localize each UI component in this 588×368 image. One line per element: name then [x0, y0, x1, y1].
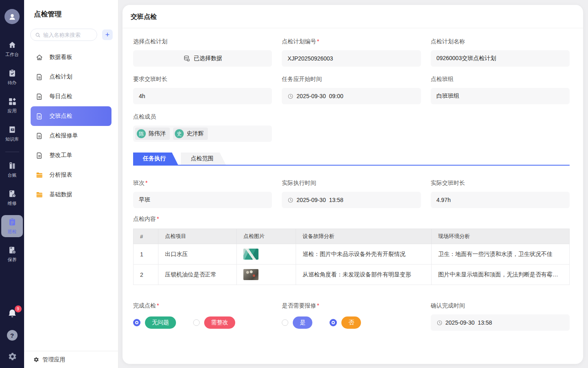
- members-input[interactable]: 陈 陈伟洋 史 史洋辉: [133, 126, 272, 142]
- member-name: 陈伟洋: [149, 130, 166, 137]
- manage-apps-button[interactable]: 管理应用: [24, 351, 118, 368]
- rail-item-workbench[interactable]: 工作台: [1, 38, 23, 60]
- rail-divider: [5, 152, 19, 152]
- radio-option-no[interactable]: 否: [330, 316, 361, 329]
- inspection-photo-thumbnail[interactable]: [243, 269, 258, 280]
- rail-item-repair[interactable]: 维修: [1, 187, 23, 209]
- help-button[interactable]: ?: [7, 330, 18, 341]
- question-icon: ?: [10, 332, 14, 339]
- tab-inspection-scope[interactable]: 点检范围: [181, 153, 226, 165]
- inspection-photo-thumbnail[interactable]: [243, 249, 258, 260]
- radio-option-yes[interactable]: 是: [282, 316, 312, 329]
- actual-time-input[interactable]: 2025-09-30 13:58: [282, 192, 421, 208]
- field-confirm-time: 确认完成时间 2025-09-30 13:58: [431, 302, 570, 331]
- sidebar-item-repair-order[interactable]: 点检报修单: [31, 126, 111, 146]
- rail-item-maintenance[interactable]: 保养: [1, 243, 23, 265]
- rail-item-inspection-selected[interactable]: 巡检: [1, 215, 23, 237]
- rail-item-ledger[interactable]: 台账: [1, 159, 23, 181]
- sidebar-item-label: 数据看板: [49, 54, 72, 61]
- tab-label: 任务执行: [143, 155, 166, 162]
- sidebar-title: 点检管理: [24, 0, 118, 19]
- field-label: 点检班组: [431, 76, 570, 83]
- document-icon: [36, 152, 43, 159]
- field-label: 点检计划编号: [282, 38, 316, 45]
- sidebar-item-dashboard[interactable]: 数据看板: [31, 47, 111, 67]
- folder-icon: [36, 171, 43, 179]
- document-icon: [36, 73, 43, 81]
- tab-label: 点检范围: [191, 155, 214, 162]
- required-duration-value: 4h: [139, 93, 145, 99]
- yes-pill[interactable]: 是: [293, 316, 312, 329]
- sidebar-item-inspection-plan[interactable]: 点检计划: [31, 67, 111, 87]
- actual-duration-input[interactable]: 4.97h: [431, 192, 570, 208]
- required-asterisk: *: [157, 215, 159, 222]
- cell-fault-analysis: 从巡检角度看：未发现设备部件有明显变形: [296, 265, 432, 285]
- rail-item-todo[interactable]: 待办: [1, 66, 23, 88]
- plan-no-input[interactable]: XJP20250926003: [282, 50, 421, 67]
- shift-value: 早班: [139, 196, 150, 204]
- cell-item: 压锁机油位是否正常: [158, 265, 237, 285]
- clipboard-list-icon: [8, 218, 17, 227]
- field-completion: 完成点检* 无问题 需整改: [133, 302, 272, 331]
- start-time-input[interactable]: 2025-09-30 09:00: [282, 88, 421, 104]
- search-icon: [35, 32, 41, 38]
- team-input[interactable]: 白班班组: [431, 88, 570, 104]
- actual-time-value: 2025-09-30 13:58: [296, 197, 343, 203]
- inspection-table: # 点检项目 点检图片 设备故障分析 现场环境分析 1 出口水压 巡检：图片中未…: [133, 229, 570, 285]
- user-avatar[interactable]: [4, 9, 20, 24]
- clipboard-check-icon: [8, 69, 17, 78]
- settings-gear-icon[interactable]: [7, 352, 17, 361]
- confirm-time-value: 2025-09-30 13:58: [445, 319, 492, 326]
- cell-index: 2: [134, 265, 158, 285]
- notifications-button[interactable]: 9: [7, 308, 18, 319]
- rail-item-apps[interactable]: 应用: [1, 94, 23, 117]
- shift-input[interactable]: 早班: [133, 192, 272, 208]
- field-actual-duration: 实际交班时长 4.97h: [431, 180, 570, 208]
- dashboard-icon: [36, 54, 43, 61]
- sidebar-search-row: +: [24, 19, 118, 47]
- field-plan-no: 点检计划编号* XJP20250926003: [282, 38, 421, 67]
- sidebar-item-daily-inspection[interactable]: 每日点检: [31, 87, 111, 106]
- cell-item: 出口水压: [158, 244, 237, 265]
- radio-checked-icon[interactable]: [330, 319, 337, 326]
- sidebar-item-base-data[interactable]: 基础数据: [31, 185, 111, 204]
- required-duration-input[interactable]: 4h: [133, 88, 272, 104]
- radio-checked-icon[interactable]: [133, 319, 140, 326]
- database-check-icon: [183, 55, 190, 62]
- tab-task-execution[interactable]: 任务执行: [133, 153, 178, 165]
- needs-rectification-pill[interactable]: 需整改: [204, 316, 235, 329]
- document-icon: [36, 93, 43, 101]
- app-rail: 工作台 待办 应用 知识库 台账 维修 巡检 保养 9 ?: [0, 0, 24, 368]
- member-chip[interactable]: 陈 陈伟洋: [135, 128, 170, 140]
- rail-item-knowledge[interactable]: 知识库: [1, 123, 23, 145]
- required-asterisk: *: [145, 180, 147, 186]
- radio-unchecked-icon[interactable]: [193, 319, 200, 326]
- plan-name-input[interactable]: 09260003交班点检计划: [431, 50, 570, 67]
- plan-no-value: XJP20250926003: [287, 55, 333, 62]
- sidebar-item-shift-inspection-selected[interactable]: 交班点检: [31, 106, 111, 126]
- table-header-row: # 点检项目 点检图片 设备故障分析 现场环境分析: [134, 229, 570, 244]
- confirm-time-input[interactable]: 2025-09-30 13:58: [431, 314, 570, 331]
- gear-icon: [33, 357, 39, 363]
- notification-badge: 9: [15, 305, 22, 312]
- field-label: 是否需要报修: [282, 302, 316, 309]
- col-header-item: 点检项目: [158, 229, 237, 244]
- radio-option-needs-rectification[interactable]: 需整改: [193, 316, 235, 329]
- field-label: 确认完成时间: [431, 302, 570, 310]
- sidebar-item-rectification-order[interactable]: 整改工单: [31, 146, 111, 165]
- add-button[interactable]: +: [102, 29, 113, 40]
- no-pill[interactable]: 否: [341, 316, 361, 329]
- field-label: 实际执行时间: [282, 180, 421, 187]
- selected-data-button[interactable]: 已选择数据: [133, 50, 272, 67]
- required-asterisk: *: [317, 38, 319, 45]
- sidebar-item-analysis-reports[interactable]: 分析报表: [31, 165, 111, 185]
- plus-icon: +: [105, 31, 110, 38]
- search-input[interactable]: [43, 32, 93, 38]
- radio-option-no-problem[interactable]: 无问题: [133, 316, 176, 329]
- member-chip[interactable]: 史 史洋辉: [173, 128, 208, 140]
- search-box[interactable]: [30, 29, 97, 41]
- rail-item-label: 巡检: [8, 229, 17, 235]
- radio-unchecked-icon[interactable]: [282, 319, 288, 326]
- no-problem-pill[interactable]: 无问题: [145, 316, 176, 329]
- sidebar-item-label: 整改工单: [49, 152, 72, 159]
